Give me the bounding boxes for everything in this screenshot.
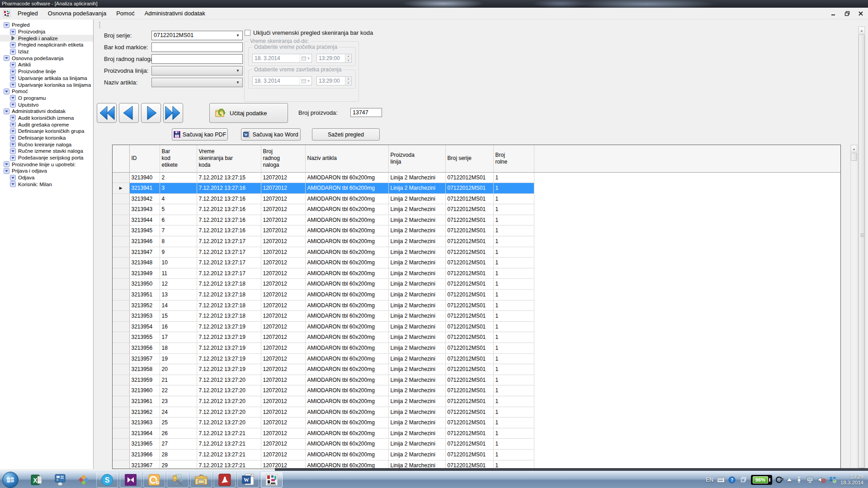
cell-broj-serije[interactable]: 07122012MS01 bbox=[445, 439, 493, 450]
cell-proizvodna-linija[interactable]: Linija 2 Marchezini bbox=[388, 300, 445, 311]
taskbar-acrobat-button[interactable] bbox=[214, 472, 236, 488]
cell-broj-naloga[interactable]: 12072012 bbox=[261, 236, 305, 247]
row-selector-cell[interactable] bbox=[113, 460, 129, 469]
row-selector-cell[interactable] bbox=[113, 258, 129, 268]
cell-naziv-artikla[interactable]: AMIODARON tbl 60x200mg bbox=[305, 172, 388, 183]
table-row[interactable]: 3213965277.12.2012 13:27:2112072012AMIOD… bbox=[113, 439, 840, 450]
help-icon[interactable]: ? bbox=[728, 476, 736, 483]
panel-scrollbar-thumb[interactable] bbox=[859, 34, 865, 468]
cell-id[interactable]: 3213940 bbox=[129, 172, 160, 183]
taskbar-visual-studio-button[interactable] bbox=[120, 472, 142, 488]
speaker-muted-icon[interactable] bbox=[818, 476, 826, 483]
scroll-up-icon[interactable]: ▲ bbox=[851, 145, 857, 152]
row-selector-cell[interactable] bbox=[113, 236, 129, 247]
scroll-up-icon[interactable]: ▲ bbox=[859, 27, 865, 34]
cell-broj-serije[interactable]: 07122012MS01 bbox=[445, 449, 493, 460]
sidebar-item-uparivanje-korisnika-sa-linijama[interactable]: Uparivanje korisnika sa linijama bbox=[0, 81, 93, 88]
cell-vreme-skeniranja[interactable]: 7.12.2012 13:27:18 bbox=[197, 279, 261, 290]
cell-vreme-skeniranja[interactable]: 7.12.2012 13:27:21 bbox=[197, 439, 261, 450]
row-selector-cell[interactable] bbox=[113, 418, 129, 428]
restore-icon[interactable] bbox=[844, 10, 851, 17]
cell-naziv-artikla[interactable]: AMIODARON tbl 60x200mg bbox=[305, 396, 388, 407]
table-row[interactable]: 321394687.12.2012 13:27:1712072012AMIODA… bbox=[113, 236, 840, 247]
cell-proizvodna-linija[interactable]: Linija 2 Marchezini bbox=[388, 385, 445, 396]
cell-proizvodna-linija[interactable]: Linija 2 Marchezini bbox=[388, 460, 445, 469]
cell-id[interactable]: 3213943 bbox=[129, 204, 160, 215]
cell-vreme-skeniranja[interactable]: 7.12.2012 13:27:20 bbox=[197, 418, 261, 428]
minimize-icon[interactable] bbox=[830, 10, 837, 17]
cell-vreme-skeniranja[interactable]: 7.12.2012 13:27:17 bbox=[197, 247, 261, 258]
prev-page-button[interactable] bbox=[119, 103, 139, 123]
cell-bar-kod-etikete[interactable]: 4 bbox=[160, 193, 197, 204]
cell-broj-rolne[interactable]: 1 bbox=[493, 247, 534, 258]
row-selector-cell[interactable] bbox=[113, 439, 129, 450]
table-row[interactable]: 3213959217.12.2012 13:27:2012072012AMIOD… bbox=[113, 375, 840, 385]
cell-broj-serije[interactable]: 07122012MS01 bbox=[445, 193, 493, 204]
cell-naziv-artikla[interactable]: AMIODARON tbl 60x200mg bbox=[305, 407, 388, 418]
row-selector-cell[interactable] bbox=[113, 204, 129, 215]
taskbar-sql-tools-button[interactable] bbox=[167, 472, 189, 488]
cell-id[interactable]: 3213963 bbox=[129, 418, 160, 428]
cell-broj-naloga[interactable]: 12072012 bbox=[261, 439, 305, 450]
cell-broj-rolne[interactable]: 1 bbox=[493, 204, 534, 215]
cell-vreme-skeniranja[interactable]: 7.12.2012 13:27:20 bbox=[197, 375, 261, 385]
table-row[interactable]: 3213956187.12.2012 13:27:1912072012AMIOD… bbox=[113, 343, 840, 354]
save-pdf-button[interactable]: Sačuvaj kao PDF bbox=[172, 128, 228, 141]
table-row[interactable]: 321394577.12.2012 13:27:1612072012AMIODA… bbox=[113, 225, 840, 236]
cell-broj-rolne[interactable]: 1 bbox=[493, 300, 534, 311]
show-hidden-icons-button[interactable] bbox=[787, 478, 792, 481]
sidebar-item-administrativni-dodatak[interactable]: Administrativni dodatak bbox=[0, 108, 93, 115]
cell-bar-kod-etikete[interactable]: 10 bbox=[160, 258, 197, 268]
grid-scrollbar-thumb[interactable] bbox=[851, 153, 857, 161]
sidebar-item-korisnik-milan[interactable]: Korisnik: Milan bbox=[0, 181, 93, 188]
cell-broj-serije[interactable]: 07122012MS01 bbox=[445, 290, 493, 300]
table-row[interactable]: 321394467.12.2012 13:27:1612072012AMIODA… bbox=[113, 215, 840, 225]
cell-naziv-artikla[interactable]: AMIODARON tbl 60x200mg bbox=[305, 300, 388, 311]
cell-broj-serije[interactable]: 07122012MS01 bbox=[445, 364, 493, 375]
cell-vreme-skeniranja[interactable]: 7.12.2012 13:27:16 bbox=[197, 204, 261, 215]
table-row[interactable]: 3213950127.12.2012 13:27:1812072012AMIOD… bbox=[113, 279, 840, 290]
cell-broj-serije[interactable]: 07122012MS01 bbox=[445, 215, 493, 225]
cell-bar-kod-etikete[interactable]: 6 bbox=[160, 215, 197, 225]
cell-id[interactable]: 3213955 bbox=[129, 332, 160, 343]
cell-broj-rolne[interactable]: 1 bbox=[493, 236, 534, 247]
next-page-button[interactable] bbox=[141, 103, 161, 123]
close-icon[interactable] bbox=[857, 10, 864, 17]
table-row[interactable]: 321394357.12.2012 13:27:1612072012AMIODA… bbox=[113, 204, 840, 215]
column-header-vreme-skeniranja[interactable]: Vreme skeniranja bar koda bbox=[197, 145, 261, 172]
cell-proizvodna-linija[interactable]: Linija 2 Marchezini bbox=[388, 290, 445, 300]
cell-broj-rolne[interactable]: 1 bbox=[493, 258, 534, 268]
column-header-broj-naloga[interactable]: Broj radnog naloga bbox=[261, 145, 305, 172]
end-date-picker[interactable]: 18. 3.2014 ▼ bbox=[252, 76, 312, 85]
row-selector-cell[interactable] bbox=[113, 343, 129, 354]
cell-broj-rolne[interactable]: 1 bbox=[493, 396, 534, 407]
cell-vreme-skeniranja[interactable]: 7.12.2012 13:27:17 bbox=[197, 236, 261, 247]
cell-broj-naloga[interactable]: 12072012 bbox=[261, 204, 305, 215]
cell-id[interactable]: 3213946 bbox=[129, 236, 160, 247]
cell-broj-serije[interactable]: 07122012MS01 bbox=[445, 311, 493, 322]
cell-broj-serije[interactable]: 07122012MS01 bbox=[445, 375, 493, 385]
cell-bar-kod-etikete[interactable]: 7 bbox=[160, 225, 197, 236]
sidebar-item-ru-no-kreiranje-naloga[interactable]: Ručno kreiranje naloga bbox=[0, 141, 93, 148]
cell-id[interactable]: 3213952 bbox=[129, 300, 160, 311]
current-row-arrow-icon[interactable]: ▶ bbox=[113, 183, 129, 194]
row-selector-cell[interactable] bbox=[113, 215, 129, 225]
cell-broj-rolne[interactable]: 1 bbox=[493, 343, 534, 354]
cell-proizvodna-linija[interactable]: Linija 2 Marchezini bbox=[388, 279, 445, 290]
sidebar-item-ru-ne-izmene-stavki-naloga[interactable]: Ručne izmene stavki naloga bbox=[0, 148, 93, 155]
menu-pomo-[interactable]: Pomoć bbox=[111, 8, 139, 19]
cell-broj-naloga[interactable]: 12072012 bbox=[261, 258, 305, 268]
row-selector-cell[interactable] bbox=[113, 364, 129, 375]
start-button[interactable] bbox=[2, 472, 19, 488]
cell-vreme-skeniranja[interactable]: 7.12.2012 13:27:20 bbox=[197, 407, 261, 418]
table-row[interactable]: 3213962247.12.2012 13:27:2012072012AMIOD… bbox=[113, 407, 840, 418]
cell-proizvodna-linija[interactable]: Linija 2 Marchezini bbox=[388, 311, 445, 322]
cell-naziv-artikla[interactable]: AMIODARON tbl 60x200mg bbox=[305, 385, 388, 396]
cell-broj-rolne[interactable]: 1 bbox=[493, 364, 534, 375]
spinner-up-icon[interactable]: ▲ bbox=[345, 54, 351, 58]
cell-bar-kod-etikete[interactable]: 13 bbox=[160, 290, 197, 300]
row-selector-cell[interactable] bbox=[113, 279, 129, 290]
row-selector-cell[interactable] bbox=[113, 428, 129, 439]
cell-id[interactable]: 3213945 bbox=[129, 225, 160, 236]
cell-broj-rolne[interactable]: 1 bbox=[493, 225, 534, 236]
